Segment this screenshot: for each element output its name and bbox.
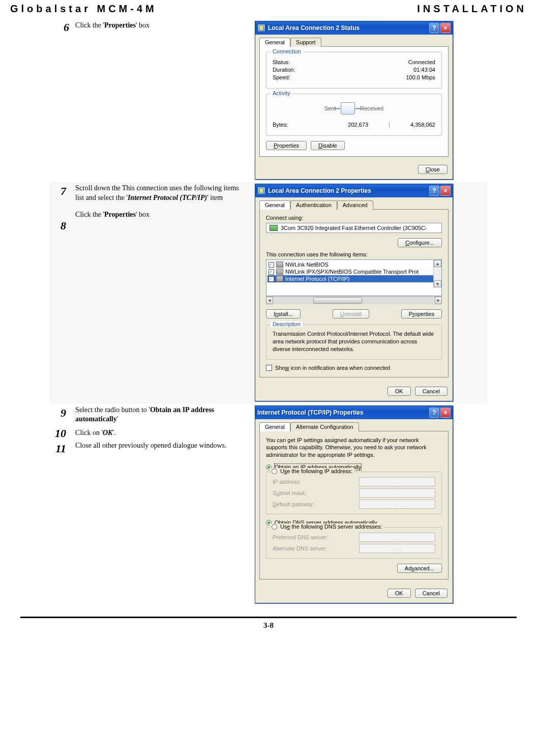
pref-dns-label: Preferred DNS server:	[273, 534, 328, 540]
titlebar[interactable]: Local Area Connection 2 Properties ? ×	[255, 184, 453, 197]
radio-use-dns[interactable]: Use the following DNS server addresses:	[270, 524, 384, 530]
scrollbar-vertical[interactable]: ▲ ▼	[433, 260, 441, 287]
bytes-received: 4,358,062	[410, 122, 435, 128]
close-icon[interactable]: ×	[440, 408, 451, 418]
header-right: INSTALLATION	[417, 3, 527, 15]
steps-table: 6 Click the 'Properties' box Local Area …	[50, 19, 487, 605]
activity-group: Activity Sent Received	[266, 94, 442, 136]
step-number: 9	[50, 403, 70, 420]
protocol-icon	[276, 269, 283, 275]
scroll-up-icon[interactable]: ▲	[434, 260, 441, 267]
tcpip-window: Internet Protocol (TCP/IP) Properties ? …	[255, 405, 453, 604]
received-label: Received	[360, 105, 383, 111]
protocol-icon	[276, 276, 283, 282]
step-number: 8	[50, 216, 70, 232]
window-title: Internet Protocol (TCP/IP) Properties	[257, 409, 429, 416]
checkbox-icon[interactable]: ✓	[268, 276, 274, 282]
cancel-button[interactable]: Cancel	[415, 589, 448, 598]
tab-advanced[interactable]: Advanced	[337, 200, 373, 210]
properties-button[interactable]: Properties	[266, 141, 307, 150]
properties-button[interactable]: Properties	[401, 309, 442, 318]
adapter-field[interactable]: 3Com 3C920 Integrated Fast Ethernet Cont…	[266, 223, 442, 233]
items-label: This connection uses the following items…	[266, 251, 442, 257]
close-button[interactable]: Close	[418, 165, 448, 174]
speed-value: 100.0 Mbps	[406, 74, 435, 80]
checkbox-icon[interactable]: ✓	[268, 269, 274, 275]
configure-button[interactable]: Configure...	[398, 238, 442, 247]
tab-general[interactable]: General	[259, 422, 290, 431]
protocol-icon	[276, 261, 283, 268]
gateway-field: . . .	[359, 500, 435, 509]
titlebar[interactable]: Local Area Connection 2 Status ? ×	[255, 21, 453, 35]
tab-support[interactable]: Support	[290, 38, 321, 47]
table-row: 7 8 Scroll down the This connection uses…	[50, 182, 487, 403]
window-title: Local Area Connection 2 Properties	[268, 187, 429, 194]
intro-text: You can get IP settings assigned automat…	[266, 437, 442, 459]
help-button[interactable]: ?	[429, 23, 439, 33]
static-ip-group: Use the following IP address: IP address…	[266, 472, 442, 514]
scroll-left-icon[interactable]: ◄	[266, 297, 273, 304]
ok-button[interactable]: OK	[387, 589, 411, 598]
connect-using-label: Connect using:	[266, 215, 442, 221]
step-text: Close all other previously opened dialog…	[75, 441, 249, 451]
tab-alternate[interactable]: Alternate Configuration	[290, 422, 359, 431]
activity-icon	[341, 102, 355, 114]
bytes-sent: 202,673	[348, 122, 368, 128]
tab-general[interactable]: General	[259, 200, 290, 210]
radio-icon[interactable]	[272, 524, 277, 530]
subnet-label: Subnet mask:	[273, 490, 307, 496]
help-button[interactable]: ?	[429, 408, 439, 418]
status-window: Local Area Connection 2 Status ? × Gener…	[255, 21, 453, 180]
radio-use-ip[interactable]: Use the following IP address:	[270, 468, 354, 474]
close-icon[interactable]: ×	[440, 186, 451, 196]
close-icon[interactable]: ×	[440, 23, 451, 33]
scroll-right-icon[interactable]: ►	[435, 297, 442, 304]
list-item-selected[interactable]: ✓Internet Protocol (TCP/IP)	[267, 275, 440, 282]
table-row: 6 Click the 'Properties' box Local Area …	[50, 19, 487, 182]
alt-dns-field: . . .	[359, 544, 435, 553]
step-text: Click the 'Properties' box	[75, 210, 249, 220]
gateway-label: Default gateway:	[273, 501, 314, 507]
step-text: Click the 'Properties' box	[72, 19, 252, 182]
titlebar[interactable]: Internet Protocol (TCP/IP) Properties ? …	[255, 406, 453, 419]
table-row: 9 10 11 Select the radio button to 'Obta…	[50, 403, 487, 606]
footer-rule	[20, 617, 517, 618]
uninstall-button: Uninstall	[333, 309, 369, 318]
radio-icon[interactable]	[272, 469, 277, 474]
cancel-button[interactable]: Cancel	[415, 387, 448, 396]
advanced-button[interactable]: Advanced...	[397, 564, 442, 573]
static-dns-group: Use the following DNS server addresses: …	[266, 527, 442, 559]
tab-authentication[interactable]: Authentication	[290, 200, 337, 210]
checkbox-icon[interactable]	[266, 365, 272, 371]
scroll-down-icon[interactable]: ▼	[434, 280, 441, 287]
step-number: 7	[50, 182, 70, 198]
adapter-icon	[270, 225, 278, 231]
step-number: 10	[50, 420, 70, 440]
show-icon-checkbox[interactable]: Show icon in notification area when conn…	[266, 365, 442, 371]
status-value: Connected	[408, 59, 435, 65]
list-item[interactable]: ✓NWLink IPX/SPX/NetBIOS Compatible Trans…	[267, 268, 440, 275]
description-group: Description Transmission Control Protoco…	[266, 325, 442, 360]
window-icon	[257, 24, 265, 32]
install-button[interactable]: Install...	[266, 309, 301, 318]
window-title: Local Area Connection 2 Status	[268, 24, 429, 32]
list-item[interactable]: ✓NWLink NetBIOS	[267, 261, 440, 268]
help-button[interactable]: ?	[429, 186, 439, 196]
group-title: Description	[271, 321, 303, 327]
page-number: 3-8	[10, 621, 527, 630]
checkbox-icon[interactable]: ✓	[268, 262, 274, 268]
step-number: 11	[50, 440, 70, 455]
adapter-name: 3Com 3C920 Integrated Fast Ethernet Cont…	[281, 225, 427, 231]
ok-button[interactable]: OK	[387, 387, 411, 396]
items-listbox[interactable]: ✓NWLink NetBIOS ✓NWLink IPX/SPX/NetBIOS …	[266, 259, 442, 296]
scroll-thumb[interactable]	[313, 297, 362, 304]
alt-dns-label: Alternate DNS server:	[273, 545, 327, 551]
description-text: Transmission Control Protocol/Internet P…	[273, 330, 435, 353]
disable-button[interactable]: Disable	[311, 141, 345, 150]
step-text: Select the radio button to 'Obtain an IP…	[75, 405, 249, 425]
group-title: Connection	[271, 48, 303, 54]
duration-value: 01:43:04	[413, 67, 435, 73]
bytes-label: Bytes:	[273, 122, 288, 128]
scrollbar-horizontal[interactable]: ◄ ►	[266, 296, 442, 304]
tab-general[interactable]: General	[259, 38, 290, 47]
